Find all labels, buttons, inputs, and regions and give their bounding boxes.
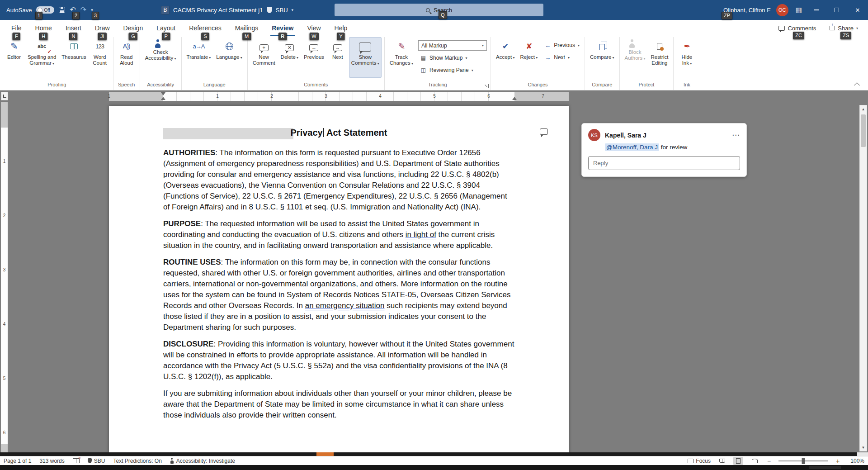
- ribbon-previous-comment-button[interactable]: ←Previous: [302, 37, 326, 78]
- zoom-slider[interactable]: [778, 458, 828, 464]
- sensitivity-chevron-icon[interactable]: ▾: [292, 8, 294, 12]
- heading-word-selected[interactable]: Privacy: [291, 128, 323, 138]
- display-for-review-combobox[interactable]: All Markup▾: [418, 40, 487, 51]
- ribbon-track-changes-button[interactable]: ✎TrackChanges ▾: [387, 37, 415, 78]
- zoom-slider-thumb[interactable]: [802, 458, 805, 464]
- account-avatar[interactable]: OC: [776, 4, 788, 16]
- proofing-status[interactable]: [73, 456, 80, 465]
- comments-button-label: Comments: [788, 25, 816, 32]
- tab-draw[interactable]: DrawJI: [88, 20, 117, 36]
- ribbon-compare-button[interactable]: Compare ▾: [588, 37, 617, 78]
- comment-mention[interactable]: @Morenoff, Dara J: [605, 143, 659, 151]
- document-paragraph[interactable]: AUTHORITIES: The information on this for…: [163, 147, 514, 213]
- tab-insert[interactable]: InsertN: [59, 20, 88, 36]
- comment-body: @Morenoff, Dara J for review: [605, 144, 740, 151]
- document-title[interactable]: CACMS Privacy Act Statement j1: [173, 7, 263, 14]
- document-paragraph[interactable]: DISCLOSURE: Providing this information i…: [163, 339, 514, 382]
- paragraph-text: in light of: [406, 230, 436, 239]
- read-mode-button[interactable]: [717, 457, 727, 465]
- ribbon-accept-button[interactable]: ✔Accept ▾: [494, 37, 517, 78]
- ribbon-reject-button[interactable]: ✘Reject ▾: [518, 37, 540, 78]
- scroll-down-icon[interactable]: ▼: [860, 444, 867, 451]
- share-button[interactable]: Share ▾ ZS: [827, 22, 861, 34]
- comments-toggle-button[interactable]: Comments ZC: [776, 22, 819, 34]
- tab-view[interactable]: ViewW: [300, 20, 327, 36]
- scrollbar-thumb[interactable]: [861, 114, 866, 147]
- document-paragraph[interactable]: PURPOSE: The requested information will …: [163, 218, 514, 251]
- scroll-up-icon[interactable]: ▲: [860, 105, 867, 113]
- tab-home[interactable]: HomeH: [28, 20, 59, 36]
- text-cursor: [323, 128, 324, 137]
- tab-help[interactable]: HelpY: [328, 20, 354, 36]
- print-layout-button[interactable]: [733, 457, 743, 465]
- ribbon-read-aloud-button[interactable]: A))ReadAloud: [116, 37, 137, 78]
- ribbon-translate-button[interactable]: a→ATranslate ▾: [184, 37, 213, 78]
- ribbon-next-comment-button[interactable]: →Next: [327, 37, 348, 78]
- ribbon-next-change-button[interactable]: →Next▾: [542, 52, 581, 62]
- first-line-indent-marker[interactable]: [161, 92, 165, 95]
- ribbon-editor-button[interactable]: ✎Editor: [4, 37, 24, 78]
- ribbon-reviewing-pane-button[interactable]: ◫Reviewing Pane▾: [418, 65, 487, 75]
- tab-design[interactable]: DesignG: [117, 20, 150, 36]
- ribbon-spelling-and-grammar-button[interactable]: abcSpelling andGrammar ▾: [25, 37, 58, 78]
- ribbon-group-label-changes: Changes: [494, 81, 582, 90]
- text-predictions-label: Text Predictions: On: [113, 458, 161, 464]
- collapse-ribbon-icon[interactable]: [854, 82, 860, 88]
- close-button[interactable]: ✕: [847, 0, 868, 20]
- zoom-in-button[interactable]: +: [835, 457, 841, 465]
- hanging-indent-marker[interactable]: [161, 97, 165, 100]
- document-title-line[interactable]: Privacy Act Statement: [163, 128, 514, 141]
- document-paragraph[interactable]: If you are submitting information about …: [163, 388, 514, 421]
- heading-rest[interactable]: Act Statement: [324, 128, 387, 138]
- document-paragraph[interactable]: ROUTINE USES: The information on this fo…: [163, 257, 514, 333]
- vertical-scrollbar[interactable]: ▲ ▼: [859, 105, 867, 451]
- tab-review[interactable]: ReviewR: [265, 20, 300, 36]
- accessibility-status[interactable]: Accessibility: Investigate: [170, 456, 235, 465]
- ribbon-word-count-button[interactable]: 123WordCount: [90, 37, 110, 78]
- right-indent-marker[interactable]: [512, 97, 517, 100]
- comment-anchor-icon[interactable]: [540, 128, 548, 135]
- keytip-comments: ZC: [793, 32, 804, 39]
- ribbon-language-button[interactable]: Language ▾: [214, 37, 244, 78]
- text-predictions[interactable]: Text Predictions: On: [113, 456, 161, 465]
- ribbon-thesaurus-button[interactable]: Thesaurus: [59, 37, 88, 78]
- reject-icon: ✘: [523, 39, 535, 53]
- save-icon[interactable]: [59, 7, 65, 13]
- page-indicator[interactable]: Page 1 of 1: [4, 456, 31, 465]
- ribbon-restrict-editing-button[interactable]: RestrictEditing: [648, 37, 670, 78]
- ribbon-new-comment-button[interactable]: +NewComment: [250, 37, 278, 78]
- ribbon-show-markup-button[interactable]: ▤Show Markup▾: [418, 53, 487, 63]
- comment-card[interactable]: KS Kapell, Sara J ⋯ @Morenoff, Dara J fo…: [581, 123, 747, 177]
- focus-button[interactable]: Focus: [688, 456, 711, 465]
- minimize-button[interactable]: [806, 0, 826, 20]
- ribbon-check-accessibility-button[interactable]: CheckAccessibility ▾: [143, 37, 179, 78]
- zoom-level[interactable]: 100%: [847, 458, 864, 464]
- document-page[interactable]: Privacy Act Statement AUTHORITIES: The i…: [109, 106, 569, 452]
- web-layout-button[interactable]: [750, 457, 760, 465]
- ribbon-show-comments-button[interactable]: ShowComments ▾: [349, 37, 382, 78]
- tab-mailings[interactable]: MailingsM: [228, 20, 265, 36]
- comment-reply-input[interactable]: Reply: [588, 156, 740, 170]
- tab-references[interactable]: ReferencesS: [182, 20, 228, 36]
- ribbon-delete-comment-button[interactable]: ✕Delete ▾: [278, 37, 301, 78]
- maximize-button[interactable]: [826, 0, 847, 20]
- redo-icon[interactable]: ↷: [80, 6, 86, 14]
- sensitivity-label[interactable]: SBU: [276, 7, 288, 14]
- tab-layout[interactable]: LayoutP: [150, 20, 182, 36]
- sensitivity-label[interactable]: SBU: [88, 456, 105, 465]
- document-title-area[interactable]: B CACMS Privacy Act Statement j1 SBU ▾: [161, 0, 293, 20]
- ribbon-tracking-stack: All Markup▾▤Show Markup▾◫Reviewing Pane▾: [416, 37, 488, 75]
- word-count[interactable]: 313 words: [39, 456, 64, 465]
- tracking-dialog-launcher-icon[interactable]: [485, 84, 489, 88]
- zoom-out-button[interactable]: −: [766, 457, 772, 465]
- tab-selector[interactable]: [1, 92, 8, 100]
- tab-label: References: [189, 24, 222, 32]
- comment-more-options-icon[interactable]: ⋯: [732, 130, 740, 140]
- ribbon-display-options-icon[interactable]: ▦: [796, 6, 802, 14]
- ribbon-spelling-and-grammar-label: Spelling andGrammar ▾: [28, 54, 56, 66]
- document-heading[interactable]: Privacy Act Statement: [291, 128, 387, 138]
- tab-file[interactable]: FileF: [5, 20, 28, 36]
- ribbon-previous-change-button[interactable]: ←Previous▾: [542, 40, 581, 50]
- ribbon-hide-ink-button[interactable]: ✒HideInk ▾: [676, 37, 697, 78]
- ruler-number: 6: [487, 94, 490, 99]
